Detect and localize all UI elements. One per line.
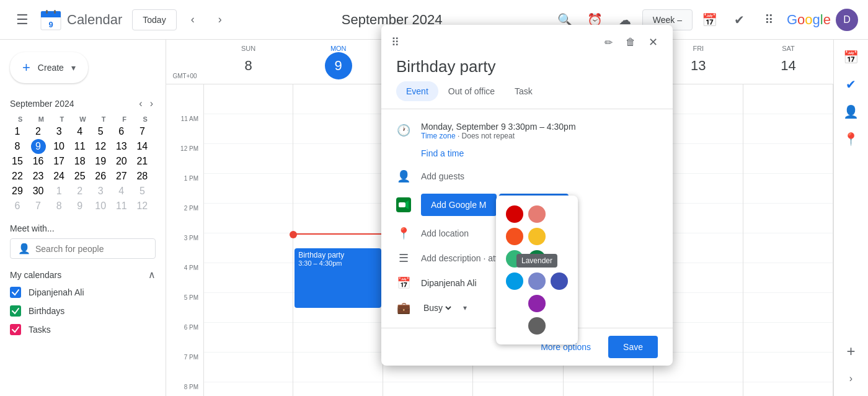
- color-grid: ✓ Lavender: [506, 205, 568, 335]
- close-button[interactable]: ✕: [643, 32, 663, 52]
- calendar-icon: 📅: [396, 276, 411, 290]
- color-tomato[interactable]: [506, 205, 523, 223]
- description-icon: ☰: [396, 251, 411, 266]
- edit-icon-btn[interactable]: ✏: [598, 32, 618, 52]
- calendar-owner-text: Dipanjenah Ali: [421, 278, 477, 288]
- drag-icon: ⠿: [391, 35, 399, 49]
- lavender-tooltip: Lavender: [516, 254, 557, 268]
- color-tangerine[interactable]: [506, 228, 523, 245]
- event-type-tabs: Event Out of office Task: [381, 81, 673, 109]
- color-picker-popup: ✓ Lavender: [496, 196, 578, 344]
- repeat-link[interactable]: Does not repeat: [462, 132, 515, 140]
- busy-select[interactable]: Busy Free: [421, 302, 453, 313]
- color-lavender[interactable]: Lavender: [528, 272, 546, 290]
- dot-separator: ·: [458, 132, 462, 140]
- location-icon: 📍: [396, 226, 411, 241]
- color-banana[interactable]: [528, 228, 546, 245]
- datetime-main[interactable]: Monday, September 9 3:30pm – 4:30pm: [421, 122, 576, 132]
- datetime-row: 🕐 Monday, September 9 3:30pm – 4:30pm Ti…: [381, 117, 673, 145]
- color-peacock[interactable]: [506, 272, 523, 290]
- save-button[interactable]: Save: [608, 336, 658, 358]
- add-google-meet-button[interactable]: Add Google M: [421, 194, 497, 216]
- datetime-content: Monday, September 9 3:30pm – 4:30pm Time…: [421, 122, 576, 140]
- tab-event[interactable]: Event: [396, 81, 438, 101]
- guests-row: 👤 Add guests: [381, 164, 673, 189]
- datetime-sub: Time zone · Does not repeat: [421, 132, 576, 140]
- guests-icon: 👤: [396, 169, 411, 184]
- color-grape[interactable]: [528, 295, 546, 312]
- find-time-row: Find a time: [381, 145, 673, 164]
- add-location-text[interactable]: Add location: [421, 228, 469, 238]
- color-flamingo[interactable]: [528, 205, 546, 223]
- modal-overlay: ⠿ ✏ 🗑 ✕ Birthday party Event Out of offi…: [0, 0, 868, 396]
- svg-rect-8: [399, 202, 405, 207]
- tab-task[interactable]: Task: [505, 81, 542, 101]
- clock-icon: 🕐: [396, 123, 411, 138]
- add-guests-text[interactable]: Add guests: [421, 171, 464, 181]
- timezone-link[interactable]: Time zone: [421, 132, 456, 140]
- meet-logo-icon: [396, 197, 411, 212]
- color-blueberry[interactable]: [551, 272, 568, 290]
- modal-header: ⠿ ✏ 🗑 ✕: [381, 25, 673, 52]
- color-graphite[interactable]: [528, 317, 546, 335]
- trash-icon-btn[interactable]: 🗑: [621, 32, 640, 52]
- busy-icon: 💼: [396, 300, 411, 315]
- tab-out-of-office[interactable]: Out of office: [438, 81, 505, 101]
- busy-chevron-icon: ▾: [463, 304, 467, 312]
- modal-title: Birthday party: [381, 52, 673, 81]
- find-time-link[interactable]: Find a time: [421, 148, 464, 158]
